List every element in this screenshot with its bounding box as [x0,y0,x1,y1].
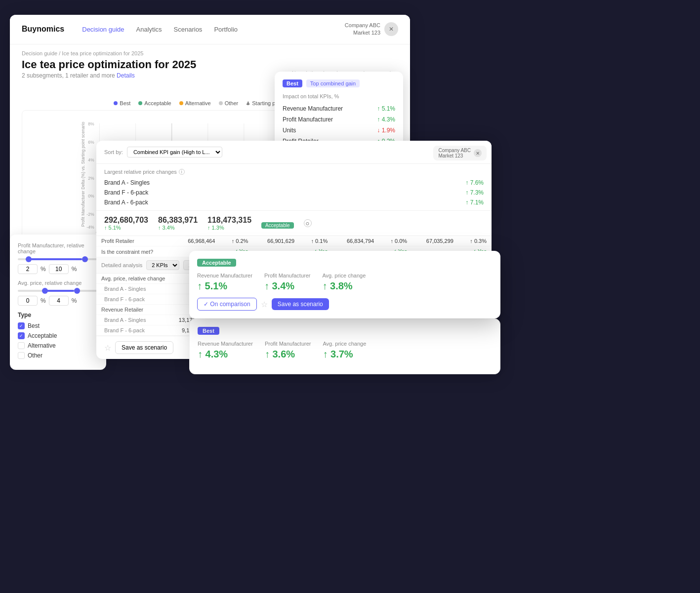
svg-text:2%: 2% [88,176,94,181]
sort-by-section: Sort by: Combined KPI gain (High to L... [96,141,492,164]
kpi-row-revenue: Revenue Manufacturer ↑ 5.1% [283,103,395,114]
avg-range-thumb-min[interactable] [42,288,48,294]
type-section: Type Best Acceptable Alternative Other [18,312,98,359]
avg-range-values: 0 % 4 % [18,296,98,306]
page-header-left: Ice tea price optimization for 2025 2 su… [22,58,196,79]
legend-acceptable: Acceptable [138,100,171,106]
type-acceptable-row: Acceptable [18,332,98,339]
acceptable-actions: ✓ On comparison ☆ Save as scenario [197,298,493,311]
best-badge: Best [198,327,219,335]
company-badge-2: Company ABC Market 123 ✕ [433,146,487,160]
checkbox-alternative[interactable] [18,342,25,349]
profit-min-input[interactable]: 2 [18,264,38,274]
checkbox-acceptable[interactable] [18,332,25,339]
user-avatar[interactable]: ✕ [384,22,398,36]
nav-right: Company ABC Market 123 ✕ [345,22,398,37]
nav-item-scenarios[interactable]: Scenarios [174,26,203,33]
page-subtitle: 2 subsegments, 1 retailer and more Detai… [22,72,196,79]
price-changes-section-2: Largest relative price changes i Brand A… [96,164,492,211]
profit-range-values: 2 % 10 % [18,264,98,274]
overlay2-pc-1: Brand A - Singles ↑ 7.6% [104,178,484,188]
legend-dot-alternative [179,101,183,105]
circle-icon: ○ [304,219,312,227]
price-changes-title-2: Largest relative price changes i [104,169,484,175]
company-info: Company ABC Market 123 [345,22,380,37]
star-btn-footer-1[interactable]: ☆ [104,343,111,353]
sort-dropdown[interactable]: Combined KPI gain (High to L... [127,147,222,158]
legend-alternative: Alternative [179,100,211,106]
legend-dot-other [219,101,223,105]
badge-top: Top combined gain [306,79,360,87]
metric-avg-price-change: Avg. price change ↑ 3.8% [322,273,366,292]
filters-panel: Profit Manufacturer, relative change 2 %… [10,235,106,370]
kpi-header: Best Top combined gain [283,79,395,87]
metric-best-profit: Profit Manufacturer ↑ 3.6% [265,341,311,360]
svg-text:-4%: -4% [86,224,94,229]
avg-range-thumb-max[interactable] [74,288,80,294]
profit-retailer-row: Profit Retailer 66,968,464 ↑ 0.2% 66,901… [96,236,492,246]
avg-range-track [18,290,98,292]
profit-range-thumb-min[interactable] [26,256,32,262]
overlay2-pc-3: Brand A - 6-pack ↑ 7.1% [104,198,484,207]
y-axis-label: Profit Manufacturer Delta (%) vs. Starti… [81,121,85,227]
on-comparison-acceptable[interactable]: ✓ On comparison [197,298,257,311]
acceptable-badge-overlay2: Acceptable [261,222,293,229]
save-scenario-acceptable[interactable]: Save as scenario [272,298,329,310]
legend-other: Other [219,100,239,106]
metric-best-revenue: Revenue Manufacturer ↑ 4.3% [198,341,253,360]
acceptable-metrics: Revenue Manufacturer ↑ 5.1% Profit Manuf… [197,273,493,292]
profit-range-track [18,258,98,260]
avg-max-input[interactable]: 4 [49,296,69,306]
metric-profit-manufacturer: Profit Manufacturer ↑ 3.4% [264,273,311,292]
close-button-2[interactable]: ✕ [474,149,482,157]
kpi-row-units: Units ↓ 1.9% [283,125,395,136]
svg-text:4%: 4% [88,158,94,162]
legend-best: Best [114,100,130,106]
legend-dot-best [114,101,118,105]
impact-label: Impact on total KPIs, % [283,93,395,99]
avg-min-input[interactable]: 0 [18,296,38,306]
legend-dot-acceptable [138,101,142,105]
kpi-row-profit: Profit Manufacturer ↑ 4.3% [283,114,395,125]
info-icon-2: i [179,169,185,175]
best-metrics: Revenue Manufacturer ↑ 4.3% Profit Manuf… [198,341,492,360]
big-numbers-row: 292,680,703 ↑ 5.1% 86,383,971 ↑ 3.4% 118… [96,211,492,236]
profit-filter-label: Profit Manufacturer, relative change [18,242,98,254]
metric-best-avg: Avg. price change ↑ 3.7% [323,341,366,360]
page-title: Ice tea price optimization for 2025 [22,58,196,71]
type-other-row: Other [18,352,98,359]
kpi-selector[interactable]: 2 KPIs [146,260,179,270]
acceptable-badge: Acceptable [197,259,236,267]
star-btn-acceptable[interactable]: ☆ [261,300,268,309]
legend-dot-starting [246,101,250,105]
nav-item-portfolio[interactable]: Portfolio [214,26,238,33]
svg-text:8%: 8% [88,121,94,126]
nav-item-analytics[interactable]: Analytics [136,26,162,33]
best-solution-card: Best Revenue Manufacturer ↑ 4.3% Profit … [189,318,500,374]
type-title: Type [18,312,98,318]
svg-text:-2%: -2% [86,212,94,217]
top-nav: Buynomics Decision guide Analytics Scena… [10,15,410,44]
svg-text:0%: 0% [88,194,94,198]
type-alternative-row: Alternative [18,342,98,349]
overlay2-pc-2: Brand F - 6-pack ↑ 7.3% [104,188,484,198]
profit-range-fill [26,258,82,260]
breadcrumb-section: Decision guide / Ice tea price optimizat… [10,44,410,56]
type-best-row: Best [18,322,98,329]
profit-max-input[interactable]: 10 [49,264,69,274]
checkbox-other[interactable] [18,352,25,359]
nav-items: Decision guide Analytics Scenarios Portf… [82,26,238,33]
breadcrumb: Decision guide / Ice tea price optimizat… [22,50,398,56]
avg-price-filter-label: Avg. price, relative change [18,280,98,286]
checkbox-best[interactable] [18,322,25,329]
metric-revenue-manufacturer: Revenue Manufacturer ↑ 5.1% [197,273,252,292]
save-btn-1[interactable]: Save as scenario [115,341,173,354]
acceptable-solution-card: Acceptable Revenue Manufacturer ↑ 5.1% P… [189,251,500,318]
svg-text:6%: 6% [88,139,94,144]
brand-logo: Buynomics [22,25,64,34]
nav-item-decision[interactable]: Decision guide [82,26,124,33]
details-link[interactable]: Details [117,72,135,79]
badge-best: Best [283,79,302,87]
profit-range-thumb-max[interactable] [82,256,88,262]
